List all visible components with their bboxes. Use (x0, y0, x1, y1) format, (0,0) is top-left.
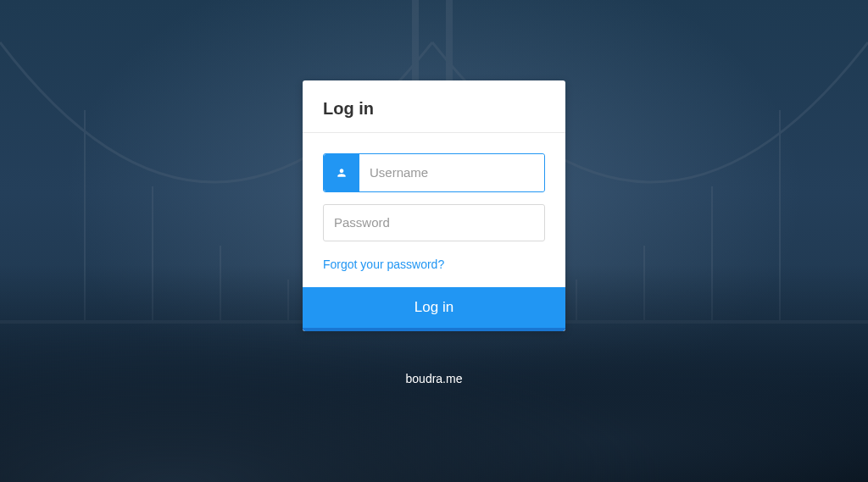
forgot-password-link[interactable]: Forgot your password? (323, 258, 444, 271)
password-input[interactable] (323, 204, 545, 241)
footer-text: boudra.me (406, 372, 463, 385)
user-icon (324, 154, 359, 191)
card-title: Log in (323, 99, 545, 119)
login-card: Log in Forgot your password? Log in (303, 80, 565, 331)
username-input[interactable] (359, 154, 544, 191)
card-header: Log in (303, 80, 565, 133)
username-group (323, 153, 545, 192)
card-body: Forgot your password? (303, 133, 565, 287)
login-button[interactable]: Log in (303, 287, 565, 331)
